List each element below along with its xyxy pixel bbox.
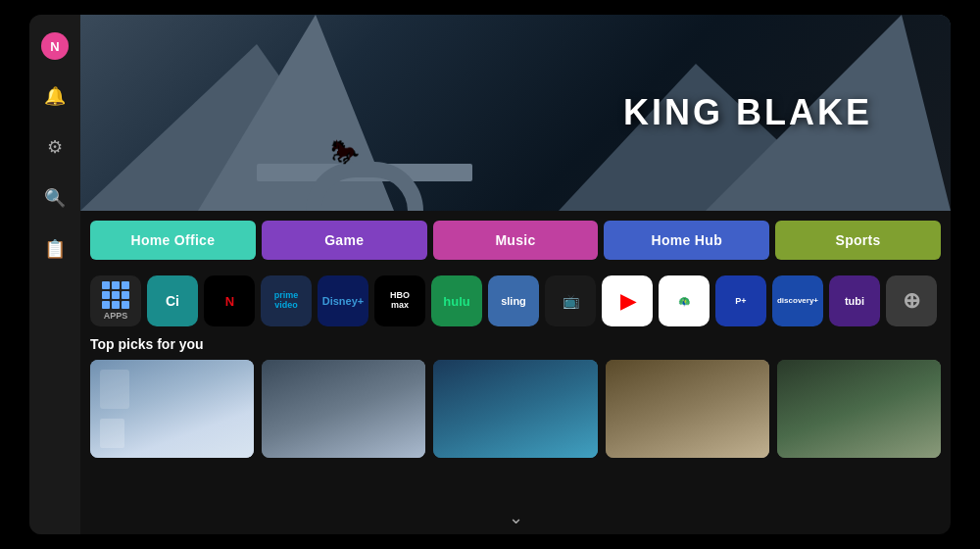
category-music[interactable]: Music <box>433 221 599 260</box>
app-sling[interactable]: sling <box>488 275 539 326</box>
app-tubi[interactable]: tubi <box>829 275 880 326</box>
disney-logo: Disney+ <box>322 295 365 307</box>
app-hulu[interactable]: hulu <box>431 275 482 326</box>
hero-title: KING BLAKE <box>623 92 872 133</box>
apps-row: APPS Ci N primevideo Disney+ HBOmax <box>80 270 951 332</box>
app-apple-tv[interactable]: 📺 <box>545 275 596 326</box>
category-home-hub[interactable]: Home Hub <box>604 221 769 260</box>
category-game[interactable]: Game <box>262 221 427 260</box>
search-icon[interactable]: 🔍 <box>40 183 70 213</box>
avatar[interactable]: N <box>41 32 69 60</box>
hulu-logo: hulu <box>443 294 469 309</box>
bell-icon[interactable]: 🔔 <box>40 81 70 111</box>
app-hbo-max[interactable]: HBOmax <box>374 275 425 326</box>
app-disney-plus[interactable]: Disney+ <box>318 275 368 326</box>
all-apps-label: APPS <box>104 311 128 321</box>
app-discovery-plus[interactable]: discovery+ <box>772 275 823 326</box>
hbo-logo: HBOmax <box>390 291 410 311</box>
netflix-logo: N <box>225 294 233 309</box>
app-ci[interactable]: Ci <box>147 275 198 326</box>
app-netflix[interactable]: N <box>204 275 255 326</box>
app-all-apps[interactable]: APPS <box>90 275 141 326</box>
horse-rider-icon: 🐎 <box>330 138 360 166</box>
picks-row <box>90 360 941 458</box>
youtube-logo: ▶ <box>620 289 635 313</box>
category-bar: Home Office Game Music Home Hub Sports <box>80 211 951 270</box>
category-sports[interactable]: Sports <box>775 221 941 260</box>
hero-banner: 🐎 KING BLAKE <box>80 15 951 211</box>
paramount-logo: P+ <box>735 296 746 306</box>
apple-tv-logo: 📺 <box>563 293 579 309</box>
picks-title: Top picks for you <box>90 336 941 352</box>
tubi-logo: tubi <box>845 295 864 307</box>
app-peacock[interactable]: 🦚 <box>659 275 710 326</box>
peacock-logo: 🦚 <box>678 296 690 307</box>
pick-thumb-4[interactable] <box>606 360 769 458</box>
grid-icon <box>102 281 129 309</box>
category-home-office[interactable]: Home Office <box>90 221 256 260</box>
profile-card-icon[interactable]: 📋 <box>40 234 70 264</box>
scroll-down-icon: ⌄ <box>509 508 523 527</box>
sling-logo: sling <box>501 295 526 307</box>
discovery-logo: discovery+ <box>777 297 818 306</box>
main-content: 🐎 KING BLAKE Home Office Game Music Home… <box>80 15 951 534</box>
bridge-area <box>257 123 472 211</box>
more-icon: ⊕ <box>903 288 920 314</box>
picks-section: Top picks for you <box>80 332 951 507</box>
app-prime-video[interactable]: primevideo <box>261 275 312 326</box>
app-paramount-plus[interactable]: P+ <box>715 275 766 326</box>
sidebar: N 🔔 ⚙ 🔍 📋 <box>29 15 80 534</box>
tv-frame: N 🔔 ⚙ 🔍 📋 🐎 KING BLAKE Hom <box>29 15 951 534</box>
pick-thumb-2[interactable] <box>262 360 425 458</box>
pick-thumb-3[interactable] <box>433 360 597 458</box>
prime-logo: primevideo <box>274 291 299 311</box>
settings-icon[interactable]: ⚙ <box>40 132 70 162</box>
app-youtube[interactable]: ▶ <box>602 275 653 326</box>
ci-logo: Ci <box>166 293 179 309</box>
pick-thumb-5[interactable] <box>777 360 941 458</box>
app-more[interactable]: ⊕ <box>886 275 937 326</box>
scroll-indicator-area: ⌄ <box>80 507 951 534</box>
pick-thumb-1[interactable] <box>90 360 254 458</box>
